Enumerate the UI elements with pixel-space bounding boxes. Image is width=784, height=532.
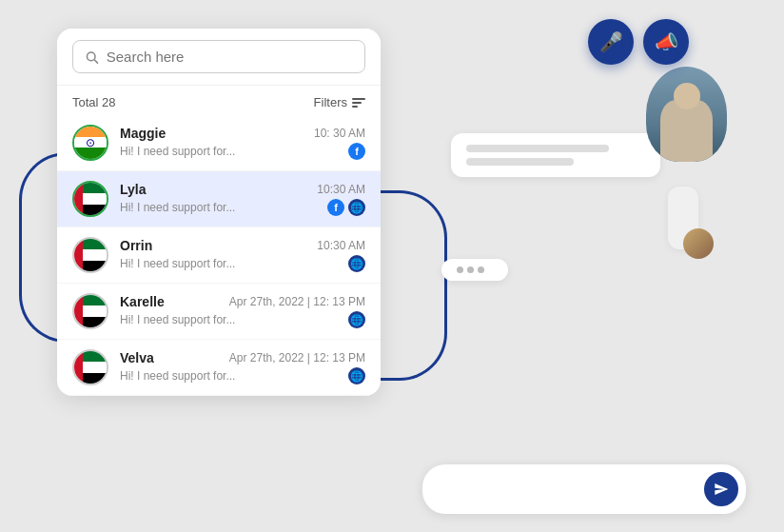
flag-uae-stripes	[83, 183, 108, 215]
person-photo	[646, 67, 727, 162]
conv-bottom: Hi! I need support for... f	[120, 143, 365, 160]
flag-uae	[74, 239, 107, 271]
conv-icons: 🌐	[348, 311, 365, 328]
search-input[interactable]	[107, 49, 353, 65]
conv-preview: Hi! I need support for...	[120, 369, 235, 383]
search-bar	[57, 29, 381, 86]
flag-uae	[74, 295, 107, 327]
conv-preview: Hi! I need support for...	[120, 201, 235, 214]
typing-dot-2	[467, 266, 474, 273]
flag-uae-black	[83, 205, 108, 215]
conv-bottom: Hi! I need support for... 🌐	[120, 255, 365, 272]
microphone-button[interactable]: 🎤	[588, 19, 634, 65]
speaker-button[interactable]: 📣	[643, 19, 689, 65]
conv-name: Orrin	[120, 238, 152, 253]
conv-icons: 🌐	[348, 255, 365, 272]
flag-uae-black	[83, 261, 108, 271]
conv-preview: Hi! I need support for...	[120, 257, 235, 270]
avatar	[72, 237, 108, 273]
chat-panel: 🎤 📣	[422, 19, 746, 514]
conv-name: Velva	[120, 350, 154, 365]
conv-name: Karelle	[120, 294, 165, 309]
search-wrapper	[72, 40, 365, 73]
top-action-buttons: 🎤 📣	[588, 19, 689, 65]
conv-content: Velva Apr 27th, 2022 | 12: 13 PM Hi! I n…	[120, 350, 365, 384]
flag-uae-red	[74, 183, 83, 215]
flag-uae-green	[83, 183, 108, 193]
conv-icons: f	[348, 143, 365, 160]
list-item[interactable]: Karelle Apr 27th, 2022 | 12: 13 PM Hi! I…	[57, 284, 381, 340]
conversation-list-panel: Total 28 Filters Maggie	[57, 29, 381, 396]
conv-time: Apr 27th, 2022 | 12: 13 PM	[229, 295, 365, 308]
conv-top: Karelle Apr 27th, 2022 | 12: 13 PM	[120, 294, 365, 309]
avatar-small	[683, 228, 714, 259]
svg-point-0	[87, 52, 95, 61]
typing-indicator	[441, 259, 508, 281]
conv-content: Maggie 10: 30 AM Hi! I need support for.…	[120, 126, 365, 160]
filter-bar-1	[352, 98, 365, 100]
list-item[interactable]: Velva Apr 27th, 2022 | 12: 13 PM Hi! I n…	[57, 340, 381, 396]
flag-uae-black	[83, 317, 108, 327]
list-item[interactable]: Orrin 10:30 AM Hi! I need support for...…	[57, 227, 381, 284]
typing-dot-1	[457, 266, 463, 273]
facebook-icon: f	[348, 143, 365, 160]
flag-uae-green	[83, 295, 108, 305]
bubble-line	[466, 145, 609, 152]
flag-uae-green	[83, 239, 108, 249]
conv-name: Lyla	[120, 182, 147, 197]
conv-top: Orrin 10:30 AM	[120, 238, 365, 253]
conv-name: Maggie	[120, 126, 166, 141]
chat-bubble-outgoing-1	[451, 133, 660, 177]
flag-uae-stripes	[83, 295, 108, 327]
conv-content: Karelle Apr 27th, 2022 | 12: 13 PM Hi! I…	[120, 294, 365, 328]
scene: Total 28 Filters Maggie	[0, 0, 784, 532]
flag-uae-white	[83, 193, 108, 204]
total-count: Total 28	[72, 95, 116, 109]
conv-content: Orrin 10:30 AM Hi! I need support for...…	[120, 238, 365, 272]
flag-uae-white	[83, 305, 108, 316]
chat-input-bar	[422, 464, 746, 514]
filter-icon	[352, 98, 365, 108]
flag-uae-white	[83, 362, 108, 372]
svg-line-1	[94, 60, 97, 63]
flag-uae-green	[83, 351, 108, 362]
send-icon	[714, 482, 729, 497]
avatar	[72, 125, 108, 161]
send-button[interactable]	[704, 472, 738, 506]
typing-dot-3	[478, 266, 484, 273]
globe-icon: 🌐	[348, 367, 365, 384]
bubble-line	[466, 158, 574, 166]
facebook-icon: f	[327, 199, 344, 216]
filters-label: Filters	[314, 95, 347, 109]
conv-top: Lyla 10:30 AM	[120, 182, 365, 197]
conv-bottom: Hi! I need support for... 🌐	[120, 367, 365, 384]
chat-input[interactable]	[438, 482, 696, 497]
avatar	[72, 181, 108, 217]
conv-bottom: Hi! I need support for... 🌐	[120, 311, 365, 328]
avatar	[72, 293, 108, 329]
filters-button[interactable]: Filters	[314, 95, 365, 109]
conv-time: 10:30 AM	[317, 239, 365, 252]
avatar-small-inner	[683, 228, 714, 259]
conv-top: Maggie 10: 30 AM	[120, 126, 365, 141]
flag-uae-red	[74, 351, 83, 384]
conv-time: 10: 30 AM	[314, 127, 365, 140]
list-item[interactable]: Lyla 10:30 AM Hi! I need support for... …	[57, 171, 381, 227]
conv-time: Apr 27th, 2022 | 12: 13 PM	[229, 351, 365, 365]
flag-uae-stripes	[83, 351, 108, 384]
globe-icon: 🌐	[348, 255, 365, 272]
chat-bubble-incoming-1	[668, 187, 698, 249]
globe-icon: 🌐	[348, 199, 365, 216]
list-item[interactable]: Maggie 10: 30 AM Hi! I need support for.…	[57, 115, 381, 171]
conv-icons: f 🌐	[327, 199, 365, 216]
list-header: Total 28 Filters	[57, 86, 381, 115]
conv-preview: Hi! I need support for...	[120, 145, 235, 158]
chat-bubble-incoming-1-wrapper	[658, 187, 698, 249]
flag-uae-red	[74, 295, 83, 327]
flag-uae-black	[83, 373, 108, 384]
conv-preview: Hi! I need support for...	[120, 313, 235, 326]
filter-bar-3	[352, 106, 358, 108]
flag-uae-red	[74, 239, 83, 271]
flag-uae-stripes	[83, 239, 108, 271]
conv-top: Velva Apr 27th, 2022 | 12: 13 PM	[120, 350, 365, 365]
